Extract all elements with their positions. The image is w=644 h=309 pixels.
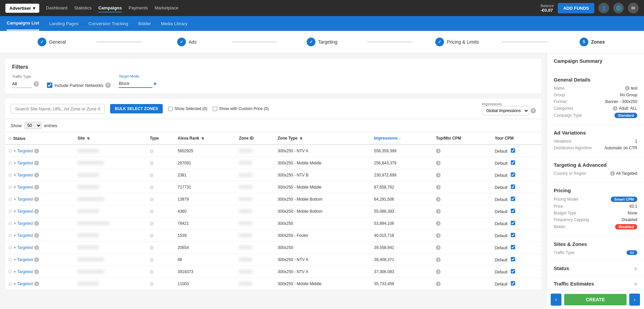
row-info-icon[interactable]: ℹ [34, 281, 39, 286]
nav-payments[interactable]: Payments [129, 4, 148, 12]
advertiser-button[interactable]: Advertiser ▾ [5, 4, 39, 13]
show-selected-checkbox[interactable] [168, 107, 172, 111]
sub-nav-landing-pages[interactable]: Landing Pages [49, 17, 79, 30]
row-checkbox[interactable] [511, 197, 515, 201]
zone-type-cell: 300x250 - NTV A [275, 266, 371, 278]
col-zone-type[interactable]: Zone Type ⇅ [275, 132, 371, 145]
nav-dashboard[interactable]: Dashboard [46, 4, 67, 12]
target-mode-select[interactable]: Block Allow [119, 80, 152, 88]
include-partner-checkbox[interactable] [47, 83, 52, 88]
sub-nav-media-library[interactable]: Media Library [161, 17, 188, 30]
status-dropdown-icon[interactable]: ▾ [14, 197, 16, 202]
search-input[interactable] [11, 104, 105, 114]
status-dropdown-icon[interactable]: ▾ [14, 209, 16, 214]
status-block-icon: ⊘ [8, 280, 12, 287]
cpm-info-icon[interactable]: ℹ [436, 245, 441, 250]
add-funds-button[interactable]: ADD FUNDS [558, 3, 594, 13]
status-dropdown-icon[interactable]: ▾ [14, 161, 16, 165]
row-checkbox[interactable] [511, 185, 515, 189]
zone-id-value: XXXXX [239, 185, 252, 190]
row-info-icon[interactable]: ℹ [34, 269, 39, 274]
status-dropdown-icon[interactable]: ▾ [14, 149, 16, 153]
site-name: XXXXXXXXXXXX [78, 221, 110, 226]
status-section[interactable]: Status ∨ [547, 261, 644, 276]
cpm-info-icon[interactable]: ℹ [436, 149, 441, 153]
row-checkbox[interactable] [511, 160, 515, 165]
cpm-info-icon[interactable]: ℹ [436, 269, 441, 274]
row-checkbox[interactable] [511, 221, 515, 225]
targeted-label: Targeted [17, 173, 33, 177]
row-info-icon[interactable]: ℹ [34, 161, 39, 165]
status-dropdown-icon[interactable]: ▾ [14, 221, 16, 226]
row-checkbox[interactable] [511, 172, 515, 177]
row-info-icon[interactable]: ℹ [34, 257, 39, 262]
nav-statistics[interactable]: Statistics [74, 4, 92, 12]
row-info-icon[interactable]: ℹ [34, 173, 39, 177]
sub-nav-campaigns-list[interactable]: Campaigns List [7, 16, 39, 31]
impressions-help-icon[interactable]: ? [531, 108, 536, 113]
cpm-info-icon[interactable]: ℹ [436, 173, 441, 177]
nav-campaigns[interactable]: Campaigns [98, 4, 122, 12]
row-info-icon[interactable]: ℹ [34, 209, 39, 214]
user-icon[interactable]: 👤 [598, 3, 609, 13]
row-checkbox[interactable] [511, 257, 515, 261]
zone-id-value: XXXXX [239, 197, 252, 202]
cpm-info-icon[interactable]: ℹ [436, 209, 441, 214]
target-mode-group: Target Mode Block Allow ▾ [119, 74, 156, 88]
col-impressions[interactable]: Impressions ↓ [371, 132, 433, 145]
row-checkbox[interactable] [511, 209, 515, 213]
col-top-min-cpm: Top/Min CPM [433, 132, 492, 145]
row-checkbox[interactable] [511, 269, 515, 273]
row-info-icon[interactable]: ℹ [34, 233, 39, 238]
prev-button[interactable]: ‹ [551, 294, 561, 306]
status-cell: ⊘ ▾ Targeted ℹ [5, 169, 75, 181]
messages-icon[interactable]: ✉ [628, 3, 639, 13]
row-checkbox[interactable] [511, 148, 515, 153]
row-info-icon[interactable]: ℹ [34, 221, 39, 226]
status-dropdown-icon[interactable]: ▾ [14, 233, 16, 238]
status-dropdown-icon[interactable]: ▾ [14, 185, 16, 190]
col-site[interactable]: Site ⇅ [75, 132, 147, 145]
nav-marketplace[interactable]: Marketplace [155, 4, 179, 12]
impressions-select[interactable]: Global Impressions [482, 106, 529, 115]
sidebar: Campaign Summary General Details Name ℹ … [547, 53, 644, 309]
site-name: XXXXXXXX [78, 281, 99, 286]
traffic-type-help-icon[interactable]: ? [34, 81, 39, 87]
row-info-icon[interactable]: ℹ [34, 149, 39, 153]
site-cell: XXXXXXXX [75, 278, 147, 290]
status-dropdown-icon[interactable]: ▾ [14, 257, 16, 262]
traffic-type-select[interactable]: All [12, 80, 32, 88]
status-dropdown-icon[interactable]: ▾ [14, 269, 16, 274]
status-dropdown-icon[interactable]: ▾ [14, 173, 16, 177]
row-checkbox[interactable] [511, 245, 515, 249]
col-alexa[interactable]: Alexa Rank ⇅ [175, 132, 236, 145]
main-nav: Dashboard Statistics Campaigns Payments … [46, 4, 178, 12]
cpm-info-icon[interactable]: ℹ [436, 161, 441, 165]
site-cell: XXXXXXXX [75, 145, 147, 157]
ad-variations-section: Ad Variations Variations 1 Distribution … [547, 125, 644, 157]
sub-nav-bidder[interactable]: Bidder [138, 17, 151, 30]
entries-select[interactable]: 50 25 100 [24, 122, 42, 129]
status-dropdown-icon[interactable]: ▾ [14, 245, 16, 250]
row-info-icon[interactable]: ℹ [34, 245, 39, 250]
row-info-icon[interactable]: ℹ [34, 185, 39, 190]
cpm-info-icon[interactable]: ℹ [436, 257, 441, 262]
row-info-icon[interactable]: ℹ [34, 197, 39, 202]
sub-nav-conversion-tracking[interactable]: Conversion Tracking [89, 17, 129, 30]
status-dropdown-icon[interactable]: ▾ [14, 281, 16, 286]
next-button[interactable]: › [629, 294, 640, 306]
create-button[interactable]: CREATE [564, 294, 627, 305]
traffic-estimates-section[interactable]: Traffic Estimates ∨ [547, 276, 644, 292]
cpm-info-icon[interactable]: ℹ [436, 185, 441, 190]
cpm-info-icon[interactable]: ℹ [436, 233, 441, 238]
show-custom-price-checkbox[interactable] [213, 107, 217, 111]
globe-icon[interactable]: 🌐 [613, 3, 624, 13]
cpm-info-icon[interactable]: ℹ [436, 281, 441, 286]
cpm-info-icon[interactable]: ℹ [436, 221, 441, 226]
bulk-select-button[interactable]: BULK SELECT ZONES [110, 104, 163, 113]
type-icon: ⊙ [150, 221, 154, 226]
row-checkbox[interactable] [511, 281, 515, 286]
include-partner-help-icon[interactable]: ? [105, 83, 111, 88]
cpm-info-icon[interactable]: ℹ [436, 197, 441, 202]
row-checkbox[interactable] [511, 233, 515, 237]
